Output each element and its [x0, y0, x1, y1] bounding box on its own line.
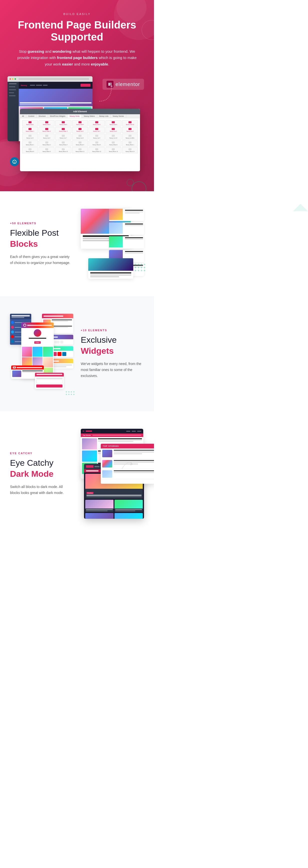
dark-nav-item — [94, 466, 99, 467]
element-label: Newsy Grid 3 — [56, 124, 70, 125]
side-card-sub2 — [125, 213, 140, 214]
content-img — [82, 438, 97, 450]
hero-description: Stop guessing and wondering what will he… — [17, 48, 137, 67]
wpbakery-icon — [10, 157, 19, 166]
hero-bold-wondering: wondering — [53, 49, 71, 54]
element-icon — [79, 128, 82, 130]
tab-newsy-sliders: Newsy Sliders — [82, 114, 97, 118]
element-item[interactable]: Newsy Grid 12 — [122, 120, 138, 126]
element-icon — [95, 148, 98, 150]
yt-video-sub — [22, 372, 36, 372]
element-label: Newsy Block 1 — [23, 144, 37, 146]
hero-image — [19, 89, 92, 106]
element-item[interactable]: Newsy Block 1 — [122, 141, 138, 147]
dark-mode-arrow — [121, 459, 133, 472]
element-item[interactable]: Newsy Block 6 — [105, 141, 122, 147]
element-icon — [128, 128, 131, 130]
dot — [138, 267, 139, 268]
element-item[interactable]: Newsy Block 12 — [89, 147, 105, 153]
side-card-sub — [125, 225, 143, 226]
element-item[interactable]: Newsy Block 5 — [89, 141, 105, 147]
element-icon — [79, 135, 82, 137]
site-logo-light: N — [83, 430, 84, 432]
element-item[interactable]: Newsy Block 1 — [22, 141, 38, 147]
hero-headline — [20, 102, 92, 103]
insta-photo — [32, 347, 42, 357]
newsletter-line — [36, 378, 62, 379]
blocks-content-flex: +50 ELEMENTS Flexible Post Blocks Each o… — [10, 209, 144, 279]
insta-icon-circle — [23, 324, 26, 327]
dot — [138, 270, 139, 271]
ts-sub-line — [114, 452, 154, 453]
ts-img — [102, 460, 112, 467]
element-item[interactable]: Newsy List 4 — [122, 127, 138, 133]
element-item[interactable]: Newsy Block 8 — [22, 147, 38, 153]
side-card — [109, 209, 144, 221]
hero-title: Frontend Page Builders Supported — [7, 19, 147, 43]
bottom-card-sub2 — [90, 276, 119, 277]
element-item[interactable]: Newsy Slider 2 — [39, 127, 55, 133]
element-item[interactable]: Newsy List 9 — [89, 134, 105, 140]
ts-title-line — [114, 470, 154, 471]
top-stories-label: Top Stories — [83, 434, 91, 436]
element-item[interactable]: Newsy List 3 — [105, 127, 122, 133]
element-item[interactable]: Newsy Grid 4 — [72, 120, 88, 126]
widget-line — [52, 319, 72, 320]
sidebar-item — [9, 92, 14, 93]
dot — [73, 394, 74, 395]
ts-title-line — [114, 460, 154, 461]
element-item[interactable]: Newsy Block 11 — [72, 147, 88, 153]
tab-wp-widgets: WordPress Widgets — [48, 114, 68, 118]
element-item[interactable]: Newsy Grid 1 — [22, 120, 38, 126]
element-icon — [29, 142, 31, 144]
element-item[interactable]: Newsy List Mk1 — [122, 134, 138, 140]
side-card-sub — [125, 253, 143, 253]
ts-sub-line — [114, 462, 154, 463]
element-item[interactable]: Newsy Block 4 — [72, 141, 88, 147]
dark-ts-label — [86, 470, 98, 471]
element-item[interactable]: Newsy Block 2 — [39, 141, 55, 147]
bottom-card-text — [88, 271, 133, 279]
dark-card — [115, 500, 143, 512]
element-label: Newsy Grid 6 — [106, 124, 121, 125]
element-label: Newsy Grid 4 — [73, 124, 87, 125]
dark-card-line — [115, 509, 142, 510]
browser-dot-green — [14, 78, 16, 80]
dark-card — [115, 513, 143, 519]
insta-photo — [43, 347, 53, 357]
elementor-sidebar — [7, 82, 19, 141]
element-item[interactable]: Newsy List 8 — [72, 134, 88, 140]
element-item[interactable]: Newsy List 2 — [89, 127, 105, 133]
element-item[interactable]: Newsy List 6 — [39, 134, 55, 140]
element-item[interactable]: Newsy Grid 5 — [89, 120, 105, 126]
element-item[interactable]: Newsy Block 13 — [105, 147, 122, 153]
dark-cards-row — [85, 500, 143, 512]
element-item[interactable]: Newsy Grid 6 — [105, 120, 122, 126]
newsletter-widget — [35, 373, 64, 389]
hero-text — [20, 102, 92, 105]
widgets-title-bold: Widgets — [81, 346, 144, 356]
element-item[interactable]: Newsy List 1 — [72, 127, 88, 133]
element-item[interactable]: Newsy Slider 1 — [22, 127, 38, 133]
element-label: Newsy List 5 — [23, 137, 37, 139]
element-item[interactable]: Newsy Slider 3 — [55, 127, 71, 133]
element-item[interactable]: Newsy Block 14 — [122, 147, 138, 153]
element-label: Newsy List 9 — [90, 137, 104, 139]
element-item[interactable]: Newsy Grid 3 — [55, 120, 71, 126]
dark-logo — [86, 465, 93, 468]
element-item[interactable]: Newsy Grid 2 — [39, 120, 55, 126]
element-icon — [95, 121, 98, 123]
dots-grid — [135, 264, 145, 271]
sidebar-item — [9, 83, 17, 84]
hero-bold-frontend: frontend page builders — [57, 56, 98, 60]
element-label: Newsy Block 1 — [123, 144, 137, 146]
dot — [141, 267, 142, 268]
newsletter-input — [36, 379, 62, 383]
dark-card-img — [85, 513, 114, 519]
element-item[interactable]: Newsy Block 9 — [39, 147, 55, 153]
element-item[interactable]: Newsy List 10 — [105, 134, 122, 140]
side-card — [109, 236, 144, 248]
element-item[interactable]: Newsy List 5 — [22, 134, 38, 140]
element-label: Newsy Block 6 — [106, 144, 121, 146]
hero-bold-guessing: guessing — [28, 49, 44, 54]
